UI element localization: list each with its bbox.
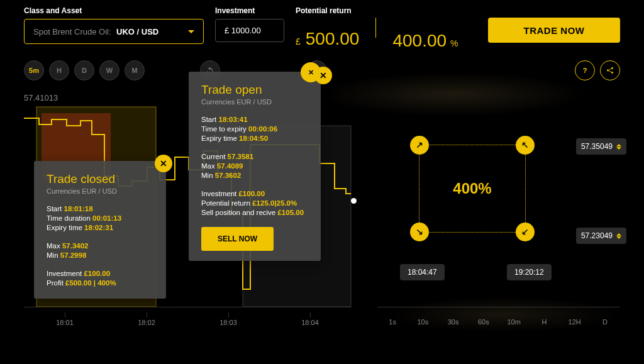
arrow-icon (521, 141, 529, 149)
svg-point-5 (611, 72, 613, 74)
timeframe-w[interactable]: W (99, 60, 119, 80)
trade-open-popup: ✕ Trade open Currencies EUR / USD Start … (189, 72, 321, 261)
expiry-start-time: 18:04:47 (400, 264, 445, 280)
expiry-value: 18:04:50 (239, 135, 268, 142)
investment-value: £100.00 (238, 190, 265, 197)
start-value: 18:03:41 (219, 116, 248, 123)
payout-percent: 400% (453, 180, 491, 197)
profit-value: £500.00 | 400% (65, 279, 116, 287)
chevron-down-icon (188, 30, 194, 33)
x-tick: 18:03 (187, 319, 269, 326)
popup-title: Trade open (201, 83, 308, 97)
popup-subtitle: Currencies EUR / USD (47, 187, 153, 195)
max-label: Max (201, 162, 215, 170)
chart-x-axis: 18:01 18:02 18:03 18:04 (24, 307, 351, 333)
return-percent: 400.00 (392, 31, 447, 51)
expiry-option-10s[interactable]: 10s (408, 318, 438, 326)
trade-now-button[interactable]: TRADE NOW (488, 18, 620, 43)
start-label: Start (201, 116, 216, 123)
handle-top-right[interactable] (516, 136, 535, 155)
current-value: 57.3581 (228, 153, 254, 160)
handle-bottom-left[interactable] (410, 223, 429, 241)
expiry-option-10m[interactable]: 10m (499, 318, 529, 326)
current-price-label: 57.41013 (24, 93, 58, 102)
price-marker-icon (351, 198, 357, 204)
svg-point-3 (607, 70, 609, 72)
asset-name: Spot Brent Crude Oil: (33, 27, 111, 36)
sell-position-value: £105.00 (277, 209, 304, 216)
expiry-option-h[interactable]: H (529, 318, 559, 326)
upper-price-value: 57.35049 (581, 142, 613, 151)
step-up-icon[interactable] (616, 144, 621, 146)
handle-top-left[interactable] (410, 136, 429, 155)
expiry-box: 400% (419, 145, 526, 233)
profit-label: Profit (47, 279, 64, 287)
return-percent-symbol: % (450, 38, 458, 48)
class-asset-label: Class and Asset (24, 6, 204, 15)
min-label: Min (47, 251, 58, 259)
expiry-value: 18:02:31 (84, 224, 113, 231)
expiry-option-60s[interactable]: 60s (469, 318, 499, 326)
expiry-label: Expiry time (201, 135, 237, 142)
asset-ticker: UKO / USD (116, 27, 158, 36)
min-label: Min (201, 172, 213, 179)
trade-closed-popup: ✕ Trade closed Currencies EUR / USD Star… (34, 161, 166, 299)
close-open-popup-button[interactable]: ✕ (301, 62, 321, 82)
return-amount: 500.00 (306, 29, 360, 49)
potential-return-value: £125.0|25.0% (252, 199, 297, 207)
duration-value: 00:01:13 (92, 214, 121, 222)
potential-return-label: Potential return (296, 6, 359, 15)
min-value: 57.2998 (60, 251, 87, 259)
investment-value: £100.00 (84, 270, 110, 277)
expiry-option-12h[interactable]: 12H (560, 318, 590, 326)
share-icon (606, 66, 614, 75)
max-label: Max (47, 242, 60, 250)
tte-value: 00:00:06 (248, 125, 277, 133)
return-currency: £ (296, 36, 301, 47)
timeframe-m[interactable]: M (125, 60, 145, 80)
step-down-icon[interactable] (616, 236, 621, 239)
sell-now-button[interactable]: SELL NOW (201, 227, 274, 251)
investment-label: Investment (215, 6, 284, 15)
x-tick: 18:04 (269, 319, 351, 326)
expiry-selector: 1s 10s 30s 60s 10m H 12H D (377, 307, 620, 333)
handle-bottom-right[interactable] (516, 223, 535, 241)
asset-selector[interactable]: Spot Brent Crude Oil: UKO / USD (24, 19, 204, 44)
arrow-icon (416, 141, 423, 149)
min-value: 57.3602 (215, 172, 242, 179)
x-tick: 18:01 (24, 319, 106, 326)
expiry-option-1s[interactable]: 1s (377, 318, 408, 326)
svg-point-4 (611, 67, 613, 69)
current-label: Current (201, 153, 225, 160)
expiry-end-time: 19:20:12 (507, 264, 552, 280)
tte-label: Time to expiry (201, 125, 247, 133)
arrow-icon (521, 228, 529, 236)
start-label: Start (47, 205, 62, 212)
step-up-icon[interactable] (616, 233, 621, 236)
arrow-icon (416, 228, 423, 236)
start-value: 18:01:18 (64, 205, 93, 212)
x-tick: 18:02 (106, 319, 187, 326)
investment-label: Investment (201, 190, 236, 197)
max-value: 57.3402 (62, 242, 89, 250)
close-button[interactable]: ✕ (155, 155, 172, 172)
expiry-option-d[interactable]: D (590, 318, 620, 326)
expiry-label: Expiry time (47, 224, 82, 231)
lower-price-value: 57.23049 (581, 231, 613, 240)
investment-label: Investment (47, 270, 82, 277)
upper-price-pill[interactable]: 57.35049 (576, 138, 626, 155)
timeframe-d[interactable]: D (74, 60, 94, 80)
timeframe-h[interactable]: H (49, 60, 69, 80)
step-down-icon[interactable] (616, 147, 621, 150)
divider (375, 18, 376, 38)
lower-price-pill[interactable]: 57.23049 (576, 228, 626, 244)
sell-position-label: Sell position and recive (201, 209, 275, 216)
potential-return-label: Potential return (201, 199, 250, 207)
expiry-option-30s[interactable]: 30s (438, 318, 469, 326)
help-button[interactable]: ? (575, 60, 595, 80)
share-button[interactable] (600, 60, 620, 80)
timeframe-5m[interactable]: 5m (24, 60, 44, 80)
duration-label: Time duration (47, 214, 91, 222)
popup-title: Trade closed (47, 172, 153, 186)
investment-input[interactable] (215, 19, 284, 42)
